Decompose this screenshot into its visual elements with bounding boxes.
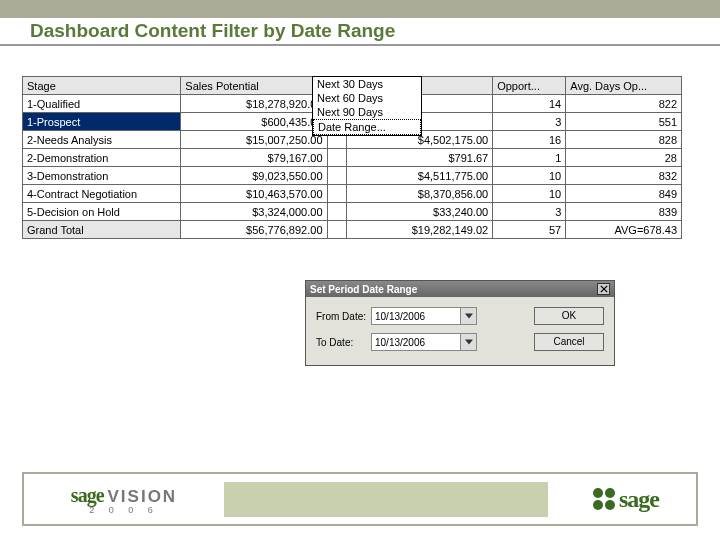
cell-opportunities: 57 <box>493 221 566 239</box>
cell-weighted-potential: $791.67 <box>347 149 493 167</box>
cell-sales-potential: $10,463,570.00 <box>181 185 327 203</box>
to-date-field <box>371 333 481 351</box>
cell-avg-days: 822 <box>566 95 682 113</box>
period-dropdown-list[interactable]: Next 30 DaysNext 60 DaysNext 90 DaysDate… <box>312 76 422 136</box>
col-header-opportunities[interactable]: Opport... <box>493 77 566 95</box>
cell-opportunities: 3 <box>493 113 566 131</box>
cell-w <box>327 185 346 203</box>
cell-stage: 2-Needs Analysis <box>23 131 181 149</box>
vision-word-text: VISION <box>108 487 178 507</box>
cell-avg-days: 832 <box>566 167 682 185</box>
dropdown-option[interactable]: Date Range... <box>313 119 421 135</box>
vision-brand-text: sage <box>71 484 104 507</box>
cell-avg-days: AVG=678.43 <box>566 221 682 239</box>
footer-bar: sage VISION 2 0 0 6 sage <box>22 472 698 526</box>
from-date-label: From Date: <box>316 311 371 322</box>
cell-opportunities: 1 <box>493 149 566 167</box>
sage-logo: sage <box>556 474 696 524</box>
cell-opportunities: 10 <box>493 185 566 203</box>
cell-weighted-potential: $33,240.00 <box>347 203 493 221</box>
date-range-dialog: Set Period Date Range From Date: OK To D… <box>305 280 615 366</box>
cell-sales-potential: $600,435.00 <box>181 113 327 131</box>
from-date-field <box>371 307 481 325</box>
col-header-sales-potential[interactable]: Sales Potential <box>181 77 327 95</box>
dialog-title-text: Set Period Date Range <box>310 284 417 295</box>
cell-stage: 5-Decision on Hold <box>23 203 181 221</box>
cell-opportunities: 3 <box>493 203 566 221</box>
close-icon[interactable] <box>597 283 610 295</box>
cell-sales-potential: $9,023,550.00 <box>181 167 327 185</box>
col-header-avg-days[interactable]: Avg. Days Op... <box>566 77 682 95</box>
table-row[interactable]: 5-Decision on Hold$3,324,000.00$33,240.0… <box>23 203 682 221</box>
cell-sales-potential: $79,167.00 <box>181 149 327 167</box>
dialog-titlebar[interactable]: Set Period Date Range <box>306 281 614 297</box>
to-date-dropdown-button[interactable] <box>461 333 477 351</box>
cell-opportunities: 14 <box>493 95 566 113</box>
cell-stage: 1-Prospect <box>23 113 181 131</box>
cell-sales-potential: $15,007,250.00 <box>181 131 327 149</box>
col-header-stage[interactable]: Stage <box>23 77 181 95</box>
cell-stage: 4-Contract Negotiation <box>23 185 181 203</box>
cell-weighted-potential: $8,370,856.00 <box>347 185 493 203</box>
cell-opportunities: 10 <box>493 167 566 185</box>
dropdown-option[interactable]: Next 30 Days <box>313 77 421 91</box>
cell-avg-days: 849 <box>566 185 682 203</box>
from-date-input[interactable] <box>371 307 461 325</box>
cell-weighted-potential: $4,511,775.00 <box>347 167 493 185</box>
cell-w <box>327 203 346 221</box>
grid-container: Stage Sales Potential W Opport... Avg. D… <box>22 76 698 239</box>
cell-sales-potential: $56,776,892.00 <box>181 221 327 239</box>
cell-opportunities: 16 <box>493 131 566 149</box>
cell-sales-potential: $3,324,000.00 <box>181 203 327 221</box>
top-accent-bar <box>0 0 720 18</box>
cell-w <box>327 167 346 185</box>
cell-sales-potential: $18,278,920.00 <box>181 95 327 113</box>
cell-avg-days: 28 <box>566 149 682 167</box>
table-row[interactable]: 3-Demonstration$9,023,550.00$4,511,775.0… <box>23 167 682 185</box>
cell-avg-days: 839 <box>566 203 682 221</box>
ok-button[interactable]: OK <box>534 307 604 325</box>
footer-spacer <box>224 482 548 517</box>
cancel-button[interactable]: Cancel <box>534 333 604 351</box>
sage-dots-icon <box>593 488 615 510</box>
to-date-input[interactable] <box>371 333 461 351</box>
cell-avg-days: 551 <box>566 113 682 131</box>
dropdown-option[interactable]: Next 60 Days <box>313 91 421 105</box>
cell-stage: 3-Demonstration <box>23 167 181 185</box>
dropdown-option[interactable]: Next 90 Days <box>313 105 421 119</box>
title-row: Dashboard Content Filter by Date Range <box>0 18 720 46</box>
sage-logo-text: sage <box>619 486 659 513</box>
from-date-dropdown-button[interactable] <box>461 307 477 325</box>
cell-w <box>327 149 346 167</box>
page-title: Dashboard Content Filter by Date Range <box>30 20 395 42</box>
cell-stage: Grand Total <box>23 221 181 239</box>
cell-weighted-potential: $19,282,149.02 <box>347 221 493 239</box>
cell-w <box>327 221 346 239</box>
cell-stage: 1-Qualified <box>23 95 181 113</box>
cell-avg-days: 828 <box>566 131 682 149</box>
sage-vision-logo: sage VISION 2 0 0 6 <box>24 474 224 524</box>
table-row[interactable]: 2-Demonstration$79,167.00$791.67128 <box>23 149 682 167</box>
table-row[interactable]: 4-Contract Negotiation$10,463,570.00$8,3… <box>23 185 682 203</box>
total-row: Grand Total$56,776,892.00$19,282,149.025… <box>23 221 682 239</box>
cell-stage: 2-Demonstration <box>23 149 181 167</box>
to-date-label: To Date: <box>316 337 371 348</box>
